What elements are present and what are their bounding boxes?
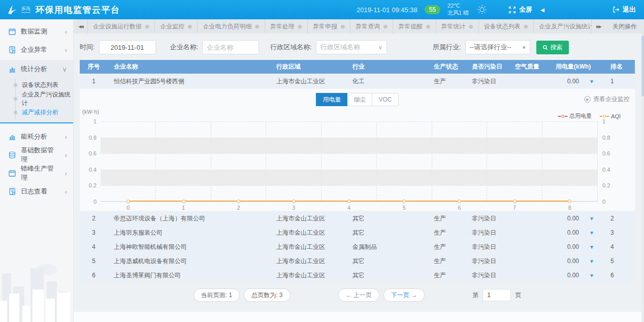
cell-pollution-day: 非污染日 — [466, 257, 509, 266]
tab[interactable]: 异常提醒 ⊗ — [393, 19, 436, 34]
chart-stripe-band — [101, 138, 597, 153]
play-circle-icon: ▶ — [584, 96, 591, 103]
data-point-marker[interactable] — [513, 200, 517, 203]
tab[interactable]: 异常申报 ⊗ — [308, 19, 350, 34]
tab-close-icon[interactable]: ⊗ — [426, 23, 430, 30]
tab[interactable]: 企业监控 ⊗ — [155, 19, 198, 34]
tab-label: 企业电力负荷明细 — [203, 22, 251, 31]
data-point-marker[interactable] — [182, 200, 185, 203]
legend-item-total-power[interactable]: 总用电量 — [558, 112, 592, 120]
tab-close-icon[interactable]: ⊗ — [469, 23, 473, 30]
bar-chart-icon — [8, 133, 16, 141]
close-operations-button[interactable]: 关闭操作 — [605, 19, 644, 34]
tab[interactable]: 企业电力负荷明细 ⊗ — [198, 19, 265, 34]
goto-page-input[interactable] — [482, 289, 511, 301]
industry-select[interactable]: --请选择行业-- ▾ — [465, 40, 530, 54]
sidebar-subitem-label: 企业及产污设施统计 — [22, 90, 73, 108]
region-select[interactable]: 行政区域名称 ∨ — [316, 40, 387, 54]
cell-pollution-day: 非污染日 — [466, 243, 509, 251]
tab-close-icon[interactable]: ⊗ — [187, 23, 192, 30]
document-gear-icon — [8, 46, 16, 54]
col-header-air-quality: 空气质量 — [509, 62, 550, 71]
fullscreen-icon — [508, 6, 516, 14]
scrollbar-thumb[interactable] — [641, 36, 644, 96]
tabs-scroll-right-icon[interactable]: ▶▶ — [591, 19, 605, 34]
next-page-button[interactable]: 下一页 → — [383, 288, 425, 302]
data-point-marker[interactable] — [126, 200, 130, 203]
company-name-input[interactable] — [202, 40, 259, 54]
sidebar-item-data-monitor[interactable]: 数据监测 ‹ — [0, 22, 73, 41]
trend-down-icon[interactable]: ▼ — [579, 259, 604, 264]
tab[interactable]: 异常统计 ⊗ — [436, 19, 479, 34]
sidebar-item-energy-analysis[interactable]: 能耗分析 ‹ — [0, 127, 73, 146]
chart-gridlines — [101, 122, 597, 201]
trend-down-icon[interactable]: ▼ — [579, 244, 604, 250]
trend-down-icon[interactable]: ▼ — [579, 216, 604, 221]
trend-down-icon[interactable]: ▼ — [579, 230, 604, 236]
x-tick-label: 8 — [542, 205, 597, 211]
cell-status: 生产 — [428, 271, 466, 280]
sidebar-subitem-enterprise-pollution-stats[interactable]: 企业及产污设施统计 — [16, 92, 73, 106]
sidebar-item-label: 统计分析 — [21, 65, 57, 74]
table-row[interactable]: 5 上海丞威机电设备有限公司 上海市金山工业区 其它 生产 非污染日 0.00 … — [80, 254, 635, 268]
y-tick-label: 0.2 — [89, 182, 96, 188]
collapse-caret-icon[interactable]: ◀ — [540, 7, 544, 13]
cell-no: 1 — [80, 78, 108, 85]
cell-status: 生产 — [428, 214, 466, 223]
cell-no: 5 — [80, 257, 108, 265]
tab-close-icon[interactable]: ⊗ — [524, 23, 528, 30]
tab[interactable]: 异常处理 ⊗ — [265, 19, 308, 34]
table-header-row: 序号 企业名称 行政区域 行业 生产状态 是否污染日 空气质量 用电量(kWh)… — [80, 60, 635, 74]
tab[interactable]: 异常查询 ⊗ — [350, 19, 393, 34]
y-axis-unit-label: (kW·h) — [82, 109, 99, 115]
monitor-link-label: 查看企业监控 — [593, 95, 630, 104]
sidebar-item-log-view[interactable]: 日志查看 ‹ — [0, 182, 73, 201]
tab-close-icon[interactable]: ⊗ — [340, 23, 345, 30]
x-tick-label: 6 — [432, 205, 487, 211]
prev-page-button[interactable]: ← 上一页 — [338, 288, 379, 302]
tabs-scroll-left-icon[interactable]: ◀◀ — [74, 19, 88, 34]
sidebar-subitem-reduction-analysis[interactable]: 减产减排分析 — [16, 106, 73, 119]
goto-suffix-label: 页 — [515, 291, 521, 300]
tab-close-icon[interactable]: ⊗ — [383, 23, 388, 30]
data-point-marker[interactable] — [237, 200, 240, 203]
data-point-marker[interactable] — [568, 200, 571, 203]
series-markers — [101, 200, 597, 203]
vertical-scrollbar[interactable] — [641, 34, 644, 322]
chart-metric-button[interactable]: 烟尘 — [347, 93, 372, 106]
tab[interactable]: 企业设施运行数据 ⊗ — [88, 19, 155, 34]
fullscreen-button[interactable]: 全屏 — [508, 5, 532, 14]
tab-label: 异常提醒 — [398, 22, 423, 31]
table-row[interactable]: 3 上海羽东服装公司 上海市金山工业区 其它 生产 非污染日 0.00 ▼ 3 — [80, 226, 635, 239]
data-point-marker[interactable] — [458, 200, 461, 203]
data-point-marker[interactable] — [402, 200, 406, 203]
cell-power: 0.00 — [550, 215, 579, 222]
data-point-marker[interactable] — [292, 200, 296, 203]
sidebar-item-enterprise-abnormal[interactable]: 企业异常 ‹ — [0, 41, 73, 59]
logout-button[interactable]: 退出 — [613, 5, 636, 14]
table-row[interactable]: 4 上海神欧智能机械有限公司 上海市金山工业区 金属制品 生产 非污染日 0.0… — [80, 240, 635, 253]
search-button[interactable]: 搜索 — [536, 41, 569, 54]
col-header-company: 企业名称 — [108, 62, 270, 71]
trend-down-icon[interactable]: ▼ — [579, 79, 604, 84]
chart-metric-button[interactable]: 用电量 — [316, 93, 347, 106]
cell-company: 帝思迈环境设备（上海）有限公司 — [108, 214, 270, 223]
view-enterprise-monitor-link[interactable]: ▶ 查看企业监控 — [584, 95, 630, 104]
sidebar-item-statistics[interactable]: 统计分析 ∨ — [0, 60, 73, 78]
chart-metric-button[interactable]: VOC — [372, 93, 398, 106]
trend-down-icon[interactable]: ▼ — [579, 273, 604, 278]
tab-close-icon[interactable]: ⊗ — [298, 23, 302, 30]
sidebar-item-peak-production[interactable]: 错峰生产管理 ‹ — [0, 164, 73, 182]
table-row[interactable]: 6 上海圣博莱阀门有限公司 上海市金山工业区 其它 生产 非污染日 0.00 ▼… — [80, 269, 635, 282]
table-row[interactable]: 2 帝思迈环境设备（上海）有限公司 上海市金山工业区 其它 生产 非污染日 0.… — [80, 212, 635, 225]
tab[interactable]: 设备状态列表 ⊗ — [479, 19, 534, 34]
table-row[interactable]: 1 恒信科技产业园5号楼西侧 上海市金山工业区 化工 生产 非污染日 0.00 … — [80, 75, 635, 88]
data-point-marker[interactable] — [347, 200, 351, 203]
time-input[interactable] — [99, 40, 156, 54]
screen: 乐鸟 环保用电监管云平台 2019-11-01 09:45:38 55 22℃ … — [0, 0, 644, 322]
tab-label: 异常查询 — [356, 22, 380, 31]
sidebar-item-base-data[interactable]: 基础数据管理 ‹ — [0, 146, 73, 164]
tab-close-icon[interactable]: ⊗ — [254, 23, 259, 30]
tab[interactable]: 企业及产污设施统计 ⊗ — [534, 19, 591, 34]
tab-close-icon[interactable]: ⊗ — [145, 23, 149, 30]
